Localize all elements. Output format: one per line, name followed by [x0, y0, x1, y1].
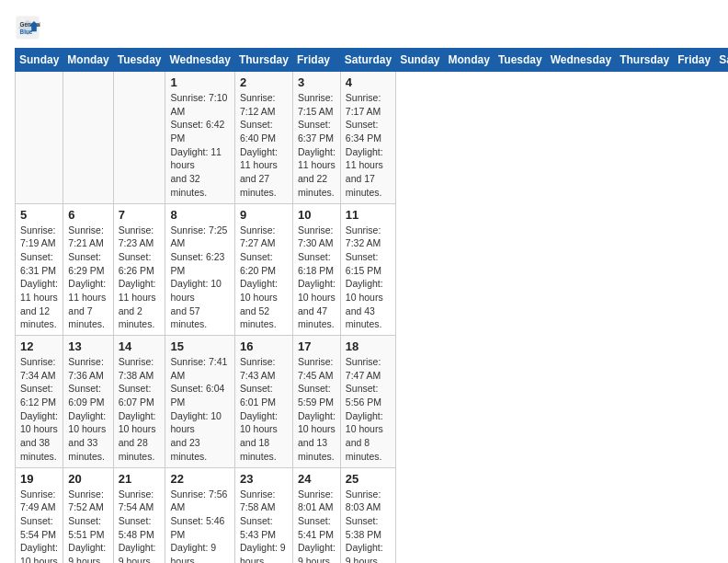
- weekday-header-tuesday: Tuesday: [494, 49, 546, 72]
- day-number: 12: [20, 339, 58, 353]
- cell-content: Sunrise: 7:32 AM Sunset: 6:15 PM Dayligh…: [346, 224, 391, 332]
- cell-content: Sunrise: 8:03 AM Sunset: 5:38 PM Dayligh…: [346, 488, 391, 564]
- page-header: General Blue: [15, 15, 713, 40]
- cell-content: Sunrise: 7:30 AM Sunset: 6:18 PM Dayligh…: [298, 224, 336, 332]
- cell-content: Sunrise: 7:45 AM Sunset: 5:59 PM Dayligh…: [298, 355, 336, 464]
- calendar-cell: 2Sunrise: 7:12 AM Sunset: 6:40 PM Daylig…: [234, 72, 292, 204]
- calendar-cell: 22Sunrise: 7:56 AM Sunset: 5:46 PM Dayli…: [165, 467, 234, 563]
- cell-content: Sunrise: 7:19 AM Sunset: 6:31 PM Dayligh…: [20, 224, 58, 332]
- calendar-cell: 5Sunrise: 7:19 AM Sunset: 6:31 PM Daylig…: [16, 203, 63, 336]
- day-number: 9: [240, 208, 288, 222]
- calendar-cell: [16, 72, 63, 204]
- day-number: 20: [68, 472, 108, 486]
- cell-content: Sunrise: 7:25 AM Sunset: 6:23 PM Dayligh…: [170, 224, 229, 332]
- cell-content: Sunrise: 7:56 AM Sunset: 5:46 PM Dayligh…: [170, 488, 229, 564]
- day-number: 11: [346, 208, 391, 222]
- cell-content: Sunrise: 7:17 AM Sunset: 6:34 PM Dayligh…: [346, 91, 391, 200]
- calendar-cell: 25Sunrise: 8:03 AM Sunset: 5:38 PM Dayli…: [340, 467, 395, 563]
- calendar-cell: 3Sunrise: 7:15 AM Sunset: 6:37 PM Daylig…: [292, 72, 340, 204]
- day-number: 13: [68, 339, 108, 353]
- calendar-cell: 18Sunrise: 7:47 AM Sunset: 5:56 PM Dayli…: [340, 336, 395, 468]
- calendar-cell: 24Sunrise: 8:01 AM Sunset: 5:41 PM Dayli…: [292, 467, 340, 563]
- day-number: 8: [170, 208, 229, 222]
- day-number: 2: [240, 75, 288, 89]
- cell-content: Sunrise: 7:38 AM Sunset: 6:07 PM Dayligh…: [119, 355, 161, 464]
- cell-content: Sunrise: 7:34 AM Sunset: 6:12 PM Dayligh…: [20, 355, 58, 464]
- day-number: 4: [346, 75, 391, 89]
- cell-content: Sunrise: 7:52 AM Sunset: 5:51 PM Dayligh…: [68, 488, 108, 564]
- weekday-header-tuesday: Tuesday: [113, 49, 165, 72]
- cell-content: Sunrise: 8:01 AM Sunset: 5:41 PM Dayligh…: [298, 488, 336, 564]
- calendar-cell: 16Sunrise: 7:43 AM Sunset: 6:01 PM Dayli…: [234, 336, 292, 468]
- weekday-header-saturday: Saturday: [715, 49, 728, 72]
- day-number: 7: [119, 208, 161, 222]
- calendar-cell: 9Sunrise: 7:27 AM Sunset: 6:20 PM Daylig…: [234, 203, 292, 336]
- day-number: 6: [68, 208, 108, 222]
- weekday-header-friday: Friday: [292, 49, 340, 72]
- day-number: 17: [298, 339, 336, 353]
- day-number: 21: [119, 472, 161, 486]
- day-number: 3: [298, 75, 336, 89]
- day-number: 24: [298, 472, 336, 486]
- calendar-week-row: 12Sunrise: 7:34 AM Sunset: 6:12 PM Dayli…: [16, 336, 729, 468]
- day-number: 15: [170, 339, 229, 353]
- calendar-cell: [63, 72, 113, 204]
- calendar-cell: 21Sunrise: 7:54 AM Sunset: 5:48 PM Dayli…: [113, 467, 165, 563]
- calendar-cell: [113, 72, 165, 204]
- cell-content: Sunrise: 7:41 AM Sunset: 6:04 PM Dayligh…: [170, 355, 229, 464]
- calendar-header-row: SundayMondayTuesdayWednesdayThursdayFrid…: [16, 49, 729, 72]
- calendar-cell: 1Sunrise: 7:10 AM Sunset: 6:42 PM Daylig…: [165, 72, 234, 204]
- calendar-cell: 15Sunrise: 7:41 AM Sunset: 6:04 PM Dayli…: [165, 336, 234, 468]
- day-number: 19: [20, 472, 58, 486]
- weekday-header-thursday: Thursday: [234, 49, 292, 72]
- calendar-table: SundayMondayTuesdayWednesdayThursdayFrid…: [15, 48, 728, 563]
- calendar-cell: 8Sunrise: 7:25 AM Sunset: 6:23 PM Daylig…: [165, 203, 234, 336]
- cell-content: Sunrise: 7:21 AM Sunset: 6:29 PM Dayligh…: [68, 224, 108, 332]
- day-number: 18: [346, 339, 391, 353]
- weekday-header-wednesday: Wednesday: [546, 49, 615, 72]
- cell-content: Sunrise: 7:10 AM Sunset: 6:42 PM Dayligh…: [170, 91, 229, 200]
- calendar-cell: 10Sunrise: 7:30 AM Sunset: 6:18 PM Dayli…: [292, 203, 340, 336]
- day-number: 5: [20, 208, 58, 222]
- weekday-header-friday: Friday: [674, 49, 715, 72]
- weekday-header-monday: Monday: [63, 49, 113, 72]
- calendar-cell: 6Sunrise: 7:21 AM Sunset: 6:29 PM Daylig…: [63, 203, 113, 336]
- calendar-cell: 17Sunrise: 7:45 AM Sunset: 5:59 PM Dayli…: [292, 336, 340, 468]
- cell-content: Sunrise: 7:23 AM Sunset: 6:26 PM Dayligh…: [119, 224, 161, 332]
- cell-content: Sunrise: 7:58 AM Sunset: 5:43 PM Dayligh…: [240, 488, 288, 564]
- weekday-header-monday: Monday: [444, 49, 494, 72]
- cell-content: Sunrise: 7:12 AM Sunset: 6:40 PM Dayligh…: [240, 91, 288, 200]
- cell-content: Sunrise: 7:43 AM Sunset: 6:01 PM Dayligh…: [240, 355, 288, 464]
- calendar-week-row: 1Sunrise: 7:10 AM Sunset: 6:42 PM Daylig…: [16, 72, 729, 204]
- weekday-header-saturday: Saturday: [340, 49, 395, 72]
- calendar-cell: 14Sunrise: 7:38 AM Sunset: 6:07 PM Dayli…: [113, 336, 165, 468]
- day-number: 25: [346, 472, 391, 486]
- cell-content: Sunrise: 7:54 AM Sunset: 5:48 PM Dayligh…: [119, 488, 161, 564]
- cell-content: Sunrise: 7:36 AM Sunset: 6:09 PM Dayligh…: [68, 355, 108, 464]
- day-number: 1: [170, 75, 229, 89]
- weekday-header-sunday: Sunday: [396, 49, 444, 72]
- calendar-cell: 20Sunrise: 7:52 AM Sunset: 5:51 PM Dayli…: [63, 467, 113, 563]
- logo: General Blue: [15, 15, 44, 40]
- cell-content: Sunrise: 7:47 AM Sunset: 5:56 PM Dayligh…: [346, 355, 391, 464]
- weekday-header-thursday: Thursday: [616, 49, 674, 72]
- cell-content: Sunrise: 7:15 AM Sunset: 6:37 PM Dayligh…: [298, 91, 336, 200]
- calendar-cell: 4Sunrise: 7:17 AM Sunset: 6:34 PM Daylig…: [340, 72, 395, 204]
- logo-icon: General Blue: [15, 15, 40, 40]
- calendar-cell: 23Sunrise: 7:58 AM Sunset: 5:43 PM Dayli…: [234, 467, 292, 563]
- day-number: 10: [298, 208, 336, 222]
- day-number: 23: [240, 472, 288, 486]
- cell-content: Sunrise: 7:49 AM Sunset: 5:54 PM Dayligh…: [20, 488, 58, 564]
- calendar-week-row: 5Sunrise: 7:19 AM Sunset: 6:31 PM Daylig…: [16, 203, 729, 336]
- day-number: 16: [240, 339, 288, 353]
- svg-text:Blue: Blue: [20, 29, 33, 35]
- cell-content: Sunrise: 7:27 AM Sunset: 6:20 PM Dayligh…: [240, 224, 288, 332]
- calendar-cell: 13Sunrise: 7:36 AM Sunset: 6:09 PM Dayli…: [63, 336, 113, 468]
- calendar-cell: 19Sunrise: 7:49 AM Sunset: 5:54 PM Dayli…: [16, 467, 63, 563]
- calendar-cell: 7Sunrise: 7:23 AM Sunset: 6:26 PM Daylig…: [113, 203, 165, 336]
- weekday-header-sunday: Sunday: [16, 49, 63, 72]
- calendar-cell: 12Sunrise: 7:34 AM Sunset: 6:12 PM Dayli…: [16, 336, 63, 468]
- day-number: 22: [170, 472, 229, 486]
- calendar-cell: 11Sunrise: 7:32 AM Sunset: 6:15 PM Dayli…: [340, 203, 395, 336]
- weekday-header-wednesday: Wednesday: [165, 49, 234, 72]
